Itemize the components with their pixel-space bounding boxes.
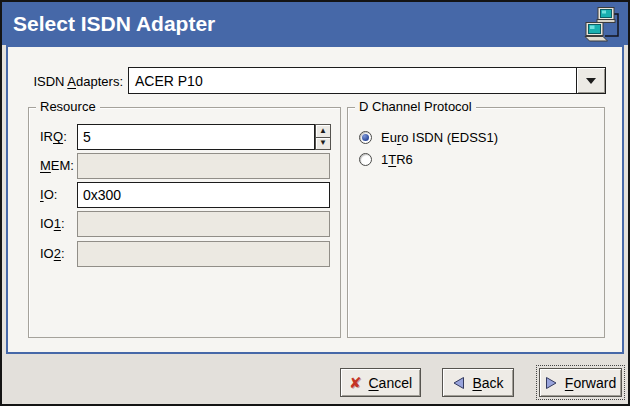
dialog-title: Select ISDN Adapter bbox=[2, 12, 215, 36]
mem-row: MEM: bbox=[29, 153, 340, 179]
radio-euro-isdn-label[interactable]: Euro ISDN (EDSS1) bbox=[381, 130, 498, 145]
radio-euro-isdn[interactable]: Euro ISDN (EDSS1) bbox=[359, 129, 498, 145]
label-text: IR bbox=[40, 129, 53, 144]
arrow-right-icon bbox=[545, 376, 558, 390]
io2-row: IO2: bbox=[29, 241, 340, 267]
io-input[interactable] bbox=[77, 182, 330, 208]
mem-label: MEM: bbox=[40, 158, 74, 173]
resource-groupbox: Resource IRQ: ▲ ▼ MEM: IO: IO1: bbox=[28, 107, 341, 338]
irq-input[interactable] bbox=[77, 124, 315, 150]
arrow-up-icon: ▲ bbox=[319, 127, 327, 135]
combobox-value[interactable]: ACER P10 bbox=[129, 68, 576, 93]
label-mnemonic: 1 bbox=[54, 216, 61, 231]
arrow-left-icon bbox=[452, 376, 465, 390]
spin-down-button[interactable]: ▼ bbox=[315, 138, 331, 151]
forward-button[interactable]: Forward bbox=[539, 368, 622, 397]
io1-row: IO1: bbox=[29, 211, 340, 237]
mem-input bbox=[77, 153, 330, 179]
network-computers-icon bbox=[583, 5, 621, 43]
label-text: ISDN bbox=[33, 74, 67, 89]
cancel-button-label: Cancel bbox=[368, 375, 412, 391]
io1-label: IO1: bbox=[40, 216, 65, 231]
label-mnemonic: A bbox=[67, 74, 76, 89]
chevron-down-icon bbox=[586, 78, 596, 84]
cancel-button[interactable]: ✘ Cancel bbox=[340, 368, 421, 397]
dchannel-group-title: D Channel Protocol bbox=[355, 99, 476, 114]
io-label: IO: bbox=[40, 187, 57, 202]
io-row: IO: bbox=[29, 182, 340, 208]
dchannel-protocol-groupbox: D Channel Protocol Euro ISDN (EDSS1) 1TR… bbox=[347, 107, 605, 338]
radio-dot bbox=[362, 134, 369, 141]
io1-input bbox=[77, 211, 330, 237]
label-text: ack bbox=[482, 375, 504, 391]
label-mnemonic: T bbox=[388, 152, 396, 167]
label-text: IO bbox=[40, 216, 54, 231]
radio-1tr6[interactable]: 1TR6 bbox=[359, 151, 413, 167]
isdn-adapters-label: ISDN Adapters: bbox=[8, 74, 123, 89]
io2-label: IO2: bbox=[40, 246, 65, 261]
back-button-label: Back bbox=[472, 375, 503, 391]
combobox-dropdown-button[interactable] bbox=[576, 68, 605, 93]
label-text: : bbox=[61, 246, 65, 261]
arrow-down-icon: ▼ bbox=[319, 139, 327, 147]
label-text: R6 bbox=[396, 152, 413, 167]
label-text: ancel bbox=[379, 375, 412, 391]
label-mnemonic: B bbox=[472, 375, 481, 391]
label-text: : bbox=[63, 129, 67, 144]
spin-up-button[interactable]: ▲ bbox=[315, 124, 331, 138]
label-mnemonic: M bbox=[40, 158, 51, 173]
isdn-adapter-dialog: Select ISDN Adapter ISDN Adapters: ACER … bbox=[0, 0, 630, 406]
label-text: IO bbox=[40, 246, 54, 261]
label-text: o ISDN (EDSS1) bbox=[401, 130, 498, 145]
label-text: EM: bbox=[51, 158, 74, 173]
content-panel: ISDN Adapters: ACER P10 Resource IRQ: ▲ … bbox=[6, 45, 624, 354]
isdn-adapters-combobox[interactable]: ACER P10 bbox=[128, 67, 606, 94]
cancel-x-icon: ✘ bbox=[349, 375, 362, 390]
label-text: : bbox=[61, 216, 65, 231]
label-mnemonic: C bbox=[368, 375, 378, 391]
label-text: dapters: bbox=[76, 74, 123, 89]
label-mnemonic: Q bbox=[53, 129, 63, 144]
label-text: orward bbox=[573, 375, 616, 391]
dialog-titlebar: Select ISDN Adapter bbox=[2, 2, 628, 45]
label-mnemonic: 2 bbox=[54, 246, 61, 261]
radio-selected-icon[interactable] bbox=[359, 131, 372, 144]
label-text: O: bbox=[44, 187, 58, 202]
irq-label: IRQ: bbox=[40, 129, 67, 144]
back-button[interactable]: Back bbox=[442, 368, 514, 397]
irq-row: IRQ: ▲ ▼ bbox=[29, 124, 340, 150]
label-text: Eu bbox=[381, 130, 397, 145]
radio-1tr6-label[interactable]: 1TR6 bbox=[381, 152, 413, 167]
resource-group-title: Resource bbox=[36, 99, 100, 114]
irq-spinner: ▲ ▼ bbox=[315, 124, 331, 150]
forward-button-label: Forward bbox=[565, 375, 616, 391]
io2-input bbox=[77, 241, 330, 267]
radio-unselected-icon[interactable] bbox=[359, 153, 372, 166]
